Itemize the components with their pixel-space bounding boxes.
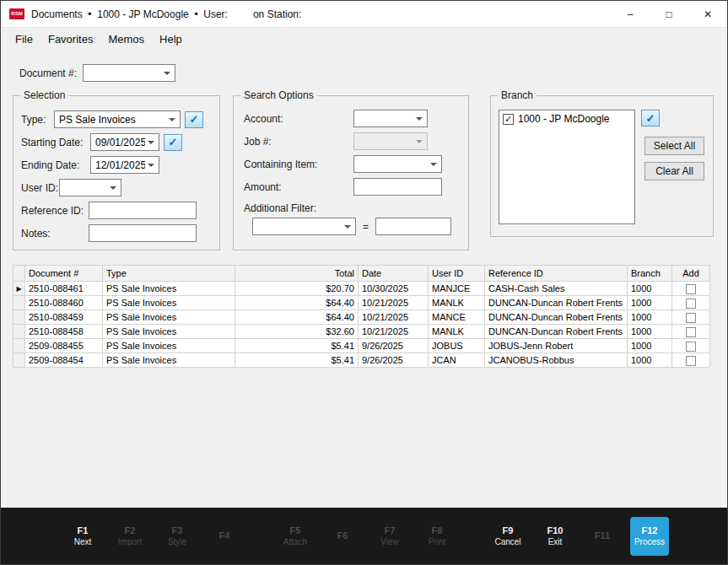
fnkey-label: Print — [429, 537, 446, 547]
document-number-combo[interactable] — [83, 64, 175, 82]
table-row[interactable]: 2510-088460PS Sale Invoices$64.4010/21/2… — [13, 296, 710, 310]
row-selector[interactable] — [13, 339, 25, 353]
fnkey-f4[interactable]: F4 — [201, 517, 248, 556]
cell-document-number: 2510-088458 — [25, 325, 103, 339]
cell-branch: 1000 — [628, 339, 672, 353]
table-row[interactable]: 2510-088459PS Sale Invoices$64.4010/21/2… — [13, 310, 710, 325]
containing-item-combo[interactable] — [353, 155, 442, 173]
chevron-down-icon — [169, 118, 175, 121]
close-button[interactable]: ✕ — [688, 1, 727, 27]
cell-total: $64.40 — [235, 296, 359, 310]
selection-group-title: Selection — [20, 89, 68, 101]
clear-all-button[interactable]: Clear All — [644, 162, 704, 180]
menu-item-memos[interactable]: Memos — [100, 30, 152, 49]
add-checkbox[interactable] — [686, 299, 696, 309]
table-row[interactable]: 2509-088454PS Sale Invoices$5.419/26/202… — [13, 353, 710, 368]
table-row[interactable]: 2509-088455PS Sale Invoices$5.419/26/202… — [13, 339, 710, 353]
fnkey-label: Cancel — [494, 537, 520, 547]
menu-item-file[interactable]: File — [8, 30, 40, 49]
starting-date-combo[interactable]: 09/01/2025 — [90, 133, 159, 151]
fnkey-f6[interactable]: F6 — [319, 517, 366, 556]
ending-date-combo[interactable]: 12/01/2025 — [90, 156, 159, 174]
apply-type-filter-button[interactable]: ✓ — [185, 111, 203, 128]
cell-total: $32.60 — [235, 325, 359, 339]
grid-body: ▶2510-088461PS Sale Invoices$20.7010/30/… — [13, 282, 710, 368]
row-selector[interactable] — [13, 296, 25, 310]
amount-row: Amount: — [244, 178, 468, 196]
menu-item-favorites[interactable]: Favorites — [40, 30, 100, 49]
apply-branch-filter-button[interactable]: ✓ — [641, 110, 660, 126]
additional-filter-value-input[interactable] — [375, 218, 451, 235]
chevron-down-icon — [148, 164, 154, 167]
fnkey-f9[interactable]: F9Cancel — [484, 517, 531, 556]
row-selector[interactable] — [13, 325, 25, 339]
column-header-document-[interactable]: Document # — [25, 266, 103, 282]
type-combo[interactable]: PS Sale Invoices — [54, 110, 181, 128]
add-checkbox[interactable] — [686, 356, 696, 366]
reference-id-input[interactable] — [89, 202, 197, 219]
column-header-add[interactable]: Add — [672, 266, 710, 282]
apply-date-filter-button[interactable]: ✓ — [164, 134, 182, 151]
column-header-type[interactable]: Type — [103, 266, 235, 282]
fnkey-f3[interactable]: F3Style — [154, 517, 201, 556]
cell-type: PS Sale Invoices — [103, 325, 235, 339]
maximize-button[interactable]: □ — [650, 1, 688, 27]
notes-input[interactable] — [89, 224, 197, 242]
fnkey-f11[interactable]: F11 — [579, 517, 626, 556]
ending-date-label: Ending Date: — [21, 159, 90, 171]
amount-input[interactable] — [353, 178, 442, 196]
cell-add — [672, 339, 710, 353]
cell-add — [672, 282, 710, 296]
table-row[interactable]: ▶2510-088461PS Sale Invoices$20.7010/30/… — [13, 282, 710, 296]
fnkey-label: Style — [168, 537, 186, 547]
cell-reference-id: DUNCAN-Duncan Robert Frents — [485, 325, 628, 339]
row-selector[interactable] — [13, 353, 25, 368]
fnkey-f5[interactable]: F5Attach — [272, 517, 319, 556]
cell-reference-id: CASH-Cash Sales — [485, 282, 628, 296]
column-header-total[interactable]: Total — [235, 266, 359, 282]
column-header-user-id[interactable]: User ID — [429, 266, 485, 282]
additional-filter-combo[interactable] — [252, 218, 356, 235]
chevron-down-icon — [344, 225, 351, 229]
notes-row: Notes: — [21, 224, 219, 242]
branch-list-item[interactable]: ✓1000 - JP McDoogle — [501, 112, 633, 126]
cell-reference-id: JOBUS-Jenn Robert — [485, 339, 628, 353]
user-id-combo[interactable] — [59, 179, 121, 196]
table-row[interactable]: 2510-088458PS Sale Invoices$32.6010/21/2… — [13, 325, 710, 339]
column-header-branch[interactable]: Branch — [628, 266, 672, 282]
fnkey-f10[interactable]: F10Exit — [531, 517, 579, 556]
cell-user-id: JCAN — [429, 353, 485, 368]
column-header-reference-id[interactable]: Reference ID — [485, 266, 628, 282]
cell-branch: 1000 — [628, 282, 672, 296]
check-icon: ✓ — [169, 136, 178, 148]
minimize-button[interactable]: – — [611, 1, 650, 27]
fnkey-f8[interactable]: F8Print — [413, 517, 461, 556]
fnkey-name: F11 — [595, 530, 610, 541]
branch-listbox[interactable]: ✓1000 - JP McDoogle — [499, 110, 635, 224]
fnkey-f2[interactable]: F2Import — [106, 517, 154, 556]
account-combo[interactable] — [353, 110, 428, 127]
user-id-label: User ID: — [21, 182, 59, 194]
starting-date-label: Starting Date: — [21, 137, 90, 148]
fnkey-f7[interactable]: F7View — [366, 517, 413, 556]
cell-type: PS Sale Invoices — [103, 353, 235, 368]
fnkey-name: F7 — [385, 525, 396, 536]
menu-item-help[interactable]: Help — [152, 30, 190, 49]
add-checkbox[interactable] — [686, 284, 696, 294]
select-all-button[interactable]: Select All — [644, 137, 704, 155]
maximize-icon: □ — [666, 8, 671, 20]
row-selector[interactable] — [13, 310, 25, 325]
cell-branch: 1000 — [628, 296, 672, 310]
add-checkbox[interactable] — [686, 313, 696, 323]
cell-type: PS Sale Invoices — [103, 339, 235, 353]
add-checkbox[interactable] — [686, 342, 696, 352]
fnkey-f1[interactable]: F1Next — [59, 517, 106, 556]
fnkey-f12[interactable]: F12Process — [630, 517, 669, 556]
column-header-date[interactable]: Date — [359, 266, 429, 282]
chevron-down-icon — [164, 72, 170, 75]
type-label: Type: — [21, 114, 54, 126]
row-selector[interactable]: ▶ — [13, 282, 25, 296]
add-checkbox[interactable] — [686, 327, 696, 337]
branch-item-checkbox[interactable]: ✓ — [503, 114, 514, 125]
document-number-row: Document #: — [19, 64, 175, 82]
